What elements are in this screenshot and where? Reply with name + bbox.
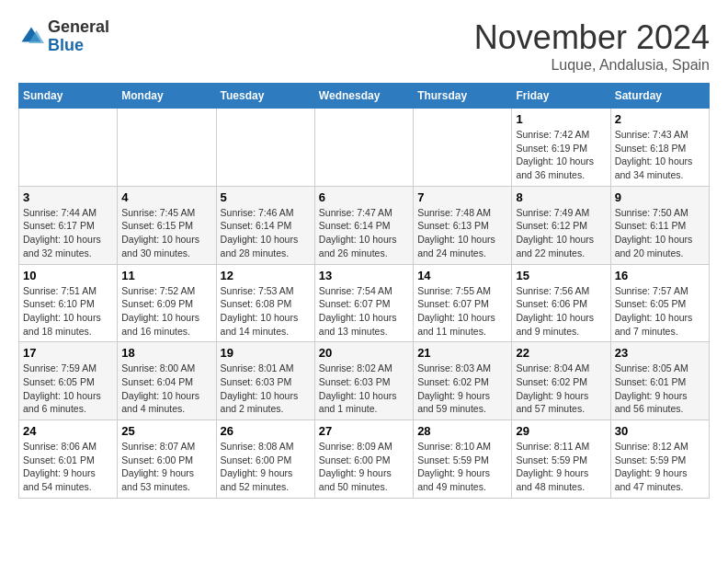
calendar-cell: 11Sunrise: 7:52 AM Sunset: 6:09 PM Dayli… — [118, 264, 216, 342]
calendar-cell: 14Sunrise: 7:55 AM Sunset: 6:07 PM Dayli… — [414, 264, 512, 342]
day-number: 10 — [23, 269, 113, 282]
calendar-cell — [19, 109, 118, 187]
day-number: 26 — [221, 424, 311, 438]
day-info: Sunrise: 7:50 AM Sunset: 6:11 PM Dayligh… — [615, 206, 705, 260]
weekday-header: Thursday — [414, 84, 512, 109]
day-number: 20 — [319, 346, 409, 360]
logo: General Blue — [18, 18, 109, 55]
day-info: Sunrise: 8:03 AM Sunset: 6:02 PM Dayligh… — [417, 362, 507, 416]
day-number: 1 — [516, 112, 606, 126]
day-info: Sunrise: 8:00 AM Sunset: 6:04 PM Dayligh… — [121, 362, 211, 416]
day-number: 27 — [319, 424, 409, 438]
weekday-header: Monday — [118, 84, 216, 109]
calendar-table: SundayMondayTuesdayWednesdayThursdayFrid… — [18, 83, 710, 499]
day-number: 19 — [221, 346, 311, 360]
calendar-cell: 23Sunrise: 8:05 AM Sunset: 6:01 PM Dayli… — [610, 342, 709, 420]
day-info: Sunrise: 8:05 AM Sunset: 6:01 PM Dayligh… — [615, 362, 705, 416]
day-number: 29 — [516, 424, 606, 438]
calendar-cell: 1Sunrise: 7:42 AM Sunset: 6:19 PM Daylig… — [512, 109, 610, 187]
day-number: 5 — [221, 190, 311, 204]
calendar-cell: 21Sunrise: 8:03 AM Sunset: 6:02 PM Dayli… — [414, 342, 512, 420]
calendar-cell: 4Sunrise: 7:45 AM Sunset: 6:15 PM Daylig… — [118, 186, 216, 264]
logo-icon — [18, 24, 44, 50]
weekday-header: Sunday — [19, 84, 118, 109]
day-number: 11 — [121, 269, 211, 282]
day-number: 16 — [615, 269, 705, 282]
day-info: Sunrise: 8:02 AM Sunset: 6:03 PM Dayligh… — [319, 362, 409, 416]
day-info: Sunrise: 8:01 AM Sunset: 6:03 PM Dayligh… — [221, 362, 311, 416]
calendar-cell: 29Sunrise: 8:11 AM Sunset: 5:59 PM Dayli… — [512, 420, 610, 499]
day-number: 2 — [615, 112, 705, 126]
day-number: 7 — [417, 190, 507, 204]
day-info: Sunrise: 7:46 AM Sunset: 6:14 PM Dayligh… — [221, 206, 311, 260]
title-block: November 2024 Luque, Andalusia, Spain — [474, 18, 710, 74]
weekday-header-row: SundayMondayTuesdayWednesdayThursdayFrid… — [19, 84, 710, 109]
day-info: Sunrise: 8:09 AM Sunset: 6:00 PM Dayligh… — [319, 440, 409, 494]
day-info: Sunrise: 7:59 AM Sunset: 6:05 PM Dayligh… — [23, 362, 113, 416]
day-number: 12 — [221, 269, 311, 282]
weekday-header: Friday — [512, 84, 610, 109]
calendar-week-row: 3Sunrise: 7:44 AM Sunset: 6:17 PM Daylig… — [19, 186, 710, 264]
calendar-week-row: 17Sunrise: 7:59 AM Sunset: 6:05 PM Dayli… — [19, 342, 710, 420]
calendar-cell: 28Sunrise: 8:10 AM Sunset: 5:59 PM Dayli… — [414, 420, 512, 499]
day-info: Sunrise: 8:11 AM Sunset: 5:59 PM Dayligh… — [516, 440, 606, 494]
calendar-cell: 16Sunrise: 7:57 AM Sunset: 6:05 PM Dayli… — [610, 264, 709, 342]
day-number: 22 — [516, 346, 606, 360]
day-number: 14 — [417, 269, 507, 282]
day-info: Sunrise: 7:44 AM Sunset: 6:17 PM Dayligh… — [23, 206, 113, 260]
day-info: Sunrise: 8:08 AM Sunset: 6:00 PM Dayligh… — [221, 440, 311, 494]
day-info: Sunrise: 7:47 AM Sunset: 6:14 PM Dayligh… — [319, 206, 409, 260]
day-number: 21 — [417, 346, 507, 360]
day-number: 17 — [23, 346, 113, 360]
calendar-cell: 9Sunrise: 7:50 AM Sunset: 6:11 PM Daylig… — [610, 186, 709, 264]
logo-general-text: General — [48, 17, 109, 36]
day-number: 13 — [319, 269, 409, 282]
day-info: Sunrise: 7:53 AM Sunset: 6:08 PM Dayligh… — [221, 284, 311, 339]
day-info: Sunrise: 7:55 AM Sunset: 6:07 PM Dayligh… — [417, 284, 507, 339]
location: Luque, Andalusia, Spain — [474, 57, 710, 74]
day-info: Sunrise: 8:12 AM Sunset: 5:59 PM Dayligh… — [615, 440, 705, 494]
calendar-cell: 22Sunrise: 8:04 AM Sunset: 6:02 PM Dayli… — [512, 342, 610, 420]
calendar-cell — [414, 109, 512, 187]
day-info: Sunrise: 8:07 AM Sunset: 6:00 PM Dayligh… — [121, 440, 211, 494]
calendar-cell: 27Sunrise: 8:09 AM Sunset: 6:00 PM Dayli… — [314, 420, 413, 499]
calendar-cell — [118, 109, 216, 187]
calendar-cell: 26Sunrise: 8:08 AM Sunset: 6:00 PM Dayli… — [216, 420, 314, 499]
weekday-header: Saturday — [610, 84, 709, 109]
calendar-week-row: 10Sunrise: 7:51 AM Sunset: 6:10 PM Dayli… — [19, 264, 710, 342]
day-info: Sunrise: 7:43 AM Sunset: 6:18 PM Dayligh… — [615, 128, 705, 182]
calendar-week-row: 1Sunrise: 7:42 AM Sunset: 6:19 PM Daylig… — [19, 109, 710, 187]
calendar-cell: 13Sunrise: 7:54 AM Sunset: 6:07 PM Dayli… — [314, 264, 413, 342]
day-info: Sunrise: 7:54 AM Sunset: 6:07 PM Dayligh… — [319, 284, 409, 339]
day-info: Sunrise: 8:04 AM Sunset: 6:02 PM Dayligh… — [516, 362, 606, 416]
day-number: 18 — [121, 346, 211, 360]
calendar-cell: 15Sunrise: 7:56 AM Sunset: 6:06 PM Dayli… — [512, 264, 610, 342]
day-info: Sunrise: 8:10 AM Sunset: 5:59 PM Dayligh… — [417, 440, 507, 494]
day-number: 15 — [516, 269, 606, 282]
page-header: General Blue November 2024 Luque, Andalu… — [18, 18, 710, 74]
day-number: 6 — [319, 190, 409, 204]
day-info: Sunrise: 7:48 AM Sunset: 6:13 PM Dayligh… — [417, 206, 507, 260]
day-number: 8 — [516, 190, 606, 204]
day-info: Sunrise: 7:57 AM Sunset: 6:05 PM Dayligh… — [615, 284, 705, 339]
day-number: 4 — [121, 190, 211, 204]
calendar-cell: 20Sunrise: 8:02 AM Sunset: 6:03 PM Dayli… — [314, 342, 413, 420]
calendar-cell — [314, 109, 413, 187]
day-number: 3 — [23, 190, 113, 204]
calendar-cell: 30Sunrise: 8:12 AM Sunset: 5:59 PM Dayli… — [610, 420, 709, 499]
day-info: Sunrise: 8:06 AM Sunset: 6:01 PM Dayligh… — [23, 440, 113, 494]
day-number: 30 — [615, 424, 705, 438]
calendar-cell: 8Sunrise: 7:49 AM Sunset: 6:12 PM Daylig… — [512, 186, 610, 264]
calendar-cell: 25Sunrise: 8:07 AM Sunset: 6:00 PM Dayli… — [118, 420, 216, 499]
calendar-cell: 7Sunrise: 7:48 AM Sunset: 6:13 PM Daylig… — [414, 186, 512, 264]
weekday-header: Tuesday — [216, 84, 314, 109]
calendar-cell: 12Sunrise: 7:53 AM Sunset: 6:08 PM Dayli… — [216, 264, 314, 342]
month-title: November 2024 — [474, 18, 710, 57]
day-info: Sunrise: 7:51 AM Sunset: 6:10 PM Dayligh… — [23, 284, 113, 339]
day-number: 24 — [23, 424, 113, 438]
calendar-cell: 6Sunrise: 7:47 AM Sunset: 6:14 PM Daylig… — [314, 186, 413, 264]
weekday-header: Wednesday — [314, 84, 413, 109]
day-number: 23 — [615, 346, 705, 360]
calendar-week-row: 24Sunrise: 8:06 AM Sunset: 6:01 PM Dayli… — [19, 420, 710, 499]
calendar-cell: 17Sunrise: 7:59 AM Sunset: 6:05 PM Dayli… — [19, 342, 118, 420]
